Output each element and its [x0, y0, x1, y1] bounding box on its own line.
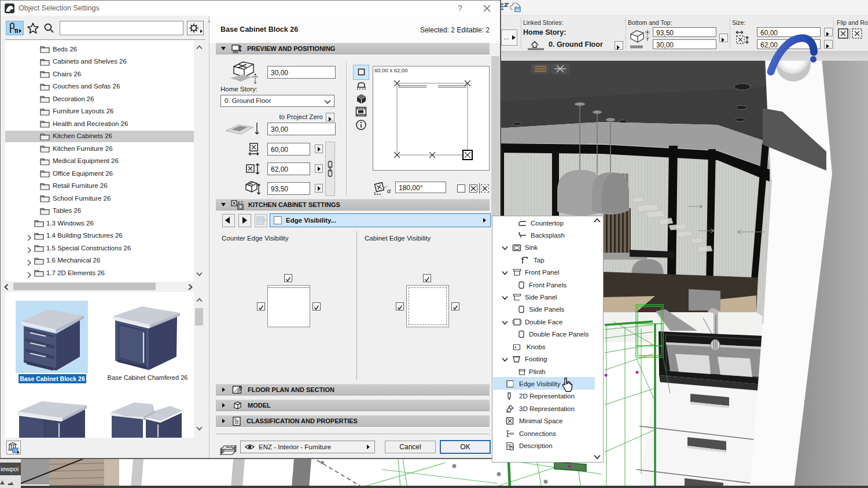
- svg-text:iewpoi: iewpoi: [1, 465, 19, 472]
- svg-text:α: α: [387, 187, 391, 195]
- svg-text:60,00 x 62,00: 60,00 x 62,00: [374, 67, 408, 73]
